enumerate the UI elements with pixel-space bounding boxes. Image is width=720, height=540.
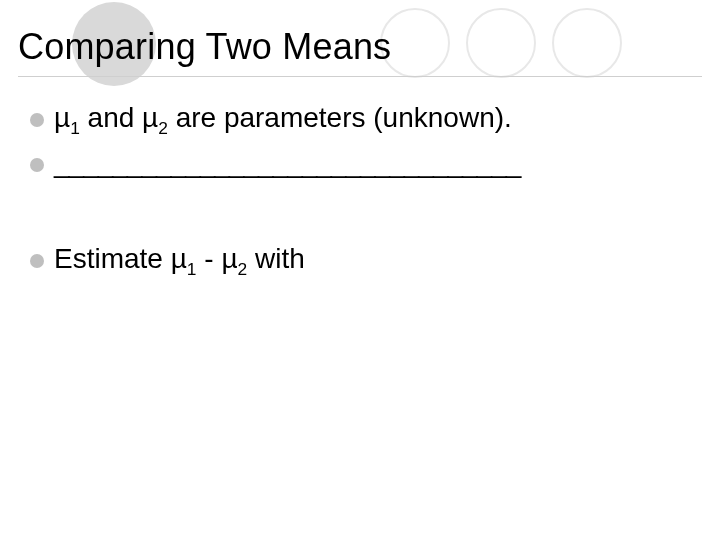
bullet-icon (30, 113, 44, 127)
bullet-item: µ1 and µ2 are parameters (unknown). (30, 98, 690, 139)
title-underline (18, 76, 702, 77)
bullet-icon (30, 254, 44, 268)
text-fragment: are parameters (unknown). (168, 102, 512, 133)
bullet-text: µ1 and µ2 are parameters (unknown). (54, 98, 690, 139)
bullet-item: Estimate µ1 - µ2 with (30, 239, 690, 280)
slide-title: Comparing Two Means (18, 26, 391, 68)
text-fragment: and µ (80, 102, 158, 133)
bullet-text: Estimate µ1 - µ2 with (54, 239, 690, 280)
bullet-text-blank: ________________________________ (54, 143, 690, 184)
text-fragment: with (247, 243, 305, 274)
spacer (30, 187, 690, 239)
subscript: 1 (187, 259, 197, 279)
bullet-item: ________________________________ (30, 143, 690, 184)
subscript: 2 (238, 259, 248, 279)
decorative-circle-outline (552, 8, 622, 78)
text-fragment: µ (54, 102, 70, 133)
text-fragment: - µ (197, 243, 238, 274)
slide-body: µ1 and µ2 are parameters (unknown). ____… (30, 98, 690, 284)
decorative-circle-outline (466, 8, 536, 78)
slide: Comparing Two Means µ1 and µ2 are parame… (0, 0, 720, 540)
subscript: 1 (70, 118, 80, 138)
text-fragment: Estimate µ (54, 243, 187, 274)
subscript: 2 (158, 118, 168, 138)
bullet-icon (30, 158, 44, 172)
